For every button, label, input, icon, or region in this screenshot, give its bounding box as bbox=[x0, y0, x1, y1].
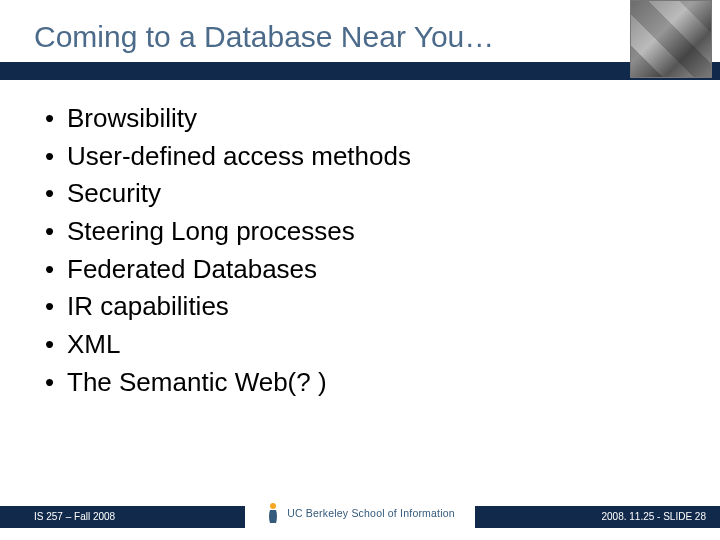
slide-title: Coming to a Database Near You… bbox=[34, 20, 494, 54]
bullet-dot-icon: • bbox=[45, 100, 67, 138]
ischool-logo-icon bbox=[265, 502, 281, 524]
svg-point-0 bbox=[270, 503, 276, 509]
list-item: • Browsibility bbox=[45, 100, 680, 138]
list-item: • Steering Long processes bbox=[45, 213, 680, 251]
bullet-dot-icon: • bbox=[45, 288, 67, 326]
bullet-dot-icon: • bbox=[45, 251, 67, 289]
list-item-text: The Semantic Web(? ) bbox=[67, 364, 327, 402]
list-item-text: User-defined access methods bbox=[67, 138, 411, 176]
bullet-list: • Browsibility • User-defined access met… bbox=[45, 100, 680, 402]
list-item-text: Federated Databases bbox=[67, 251, 317, 289]
bullet-dot-icon: • bbox=[45, 138, 67, 176]
list-item-text: Browsibility bbox=[67, 100, 197, 138]
list-item: • Security bbox=[45, 175, 680, 213]
slide-body: • Browsibility • User-defined access met… bbox=[45, 100, 680, 402]
list-item: • IR capabilities bbox=[45, 288, 680, 326]
footer-course-label: IS 257 – Fall 2008 bbox=[34, 506, 115, 528]
list-item: • The Semantic Web(? ) bbox=[45, 364, 680, 402]
footer-logo-text: UC Berkeley School of Information bbox=[287, 507, 455, 519]
title-bar: Coming to a Database Near You… bbox=[0, 0, 720, 70]
bullet-dot-icon: • bbox=[45, 213, 67, 251]
bullet-dot-icon: • bbox=[45, 364, 67, 402]
decorative-corner-image bbox=[630, 0, 712, 78]
list-item-text: XML bbox=[67, 326, 120, 364]
footer-date-slide-label: 2008. 11.25 - SLIDE 28 bbox=[601, 506, 706, 528]
list-item-text: IR capabilities bbox=[67, 288, 229, 326]
list-item-text: Steering Long processes bbox=[67, 213, 355, 251]
slide-footer: IS 257 – Fall 2008 UC Berkeley School of… bbox=[0, 506, 720, 528]
bullet-dot-icon: • bbox=[45, 326, 67, 364]
list-item: • Federated Databases bbox=[45, 251, 680, 289]
slide: Coming to a Database Near You… • Browsib… bbox=[0, 0, 720, 540]
bullet-dot-icon: • bbox=[45, 175, 67, 213]
title-underbar bbox=[0, 62, 720, 80]
list-item-text: Security bbox=[67, 175, 161, 213]
list-item: • User-defined access methods bbox=[45, 138, 680, 176]
footer-logo: UC Berkeley School of Information bbox=[245, 498, 475, 528]
list-item: • XML bbox=[45, 326, 680, 364]
